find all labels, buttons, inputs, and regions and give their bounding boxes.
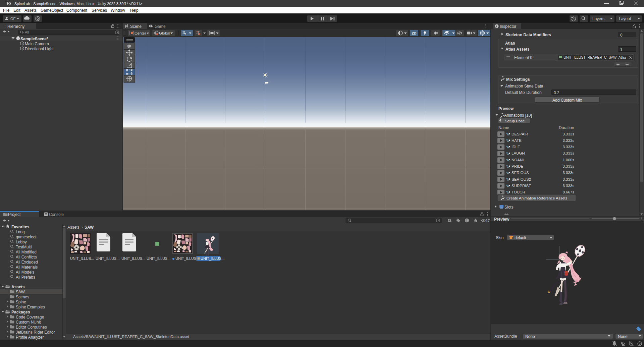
svg-text:Global: Global [159,31,170,35]
svg-text:Center: Center [135,31,146,35]
svg-text:OE: OE [10,17,16,21]
svg-text:17: 17 [486,219,490,223]
svg-text:2D: 2D [412,31,417,35]
svg-text:Y: Y [184,33,186,36]
